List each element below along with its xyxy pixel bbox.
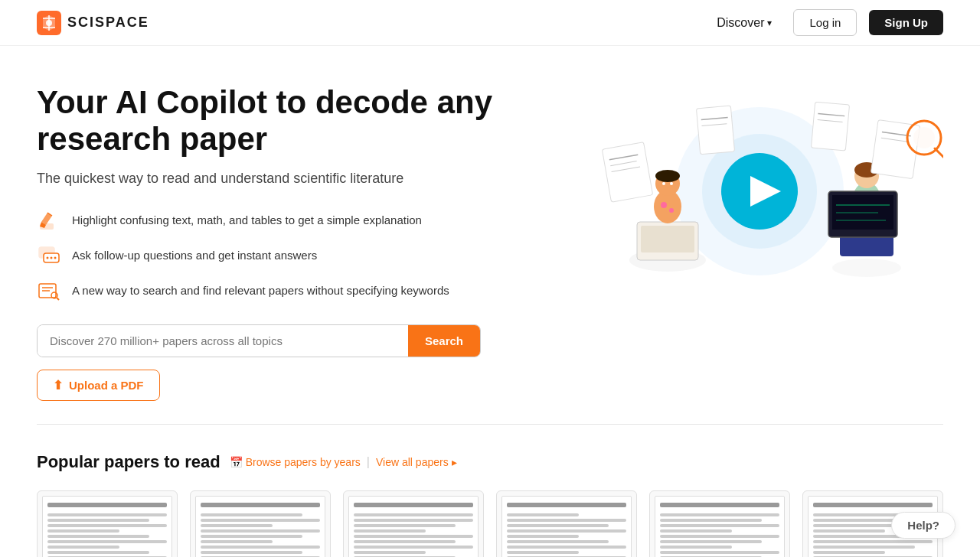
paper-line <box>201 519 320 522</box>
signup-button[interactable]: Sign Up <box>869 10 943 35</box>
paper-line <box>47 540 167 543</box>
paper-line <box>660 551 779 554</box>
chat-icon <box>37 243 61 268</box>
paper-line <box>660 524 779 527</box>
paper-line <box>813 540 933 543</box>
paper-line <box>354 503 473 507</box>
search-input[interactable] <box>38 325 408 357</box>
paper-line <box>354 519 473 522</box>
logo[interactable]: SCISPACE <box>37 11 149 35</box>
view-all-papers-link[interactable]: View all papers ▸ <box>376 456 457 468</box>
paper-line <box>47 503 167 507</box>
paper-card[interactable]: Attention is All you Need <box>190 490 331 557</box>
paper-line <box>354 535 473 538</box>
paper-line <box>507 535 579 538</box>
paper-line <box>354 546 473 549</box>
svg-rect-45 <box>696 106 734 155</box>
navbar: SCISPACE Discover ▾ Log in Sign Up <box>0 0 980 46</box>
paper-line <box>47 524 167 527</box>
paper-line <box>813 503 933 507</box>
calendar-icon: 📅 <box>230 456 243 468</box>
feature-item-search: A new way to search and find relevant pa… <box>37 278 527 303</box>
feature-item-highlight: Highlight confusing text, math, and tabl… <box>37 208 527 233</box>
paper-thumbnail <box>649 490 790 557</box>
paper-line <box>201 540 273 543</box>
paper-line <box>660 529 732 533</box>
login-button[interactable]: Log in <box>793 9 857 36</box>
svg-point-23 <box>655 170 680 182</box>
feature-ask-text: Ask follow-up questions and get instant … <box>72 249 317 262</box>
svg-point-26 <box>661 202 667 208</box>
svg-point-27 <box>669 208 674 213</box>
svg-point-6 <box>47 256 49 259</box>
paper-line <box>354 540 456 543</box>
svg-point-25 <box>670 182 673 185</box>
help-button[interactable]: Help? <box>891 512 956 539</box>
paper-line <box>660 513 779 516</box>
paper-card[interactable]: Exploring the Limits of Transfer Learnin… <box>37 490 178 557</box>
svg-rect-20 <box>641 226 694 252</box>
paper-line <box>813 546 915 549</box>
paper-line <box>660 540 762 543</box>
hero-illustration <box>576 84 943 298</box>
upload-btn-label: Upload a PDF <box>69 379 144 392</box>
search-bar: Search <box>37 324 481 357</box>
paper-line <box>47 546 119 549</box>
paper-card[interactable]: An Image is Worth 16x16 Words: Transform… <box>496 490 637 557</box>
paper-line <box>201 503 320 507</box>
svg-point-1 <box>46 20 52 26</box>
search-button[interactable]: Search <box>408 325 480 357</box>
discover-button[interactable]: Discover ▾ <box>707 10 781 36</box>
hero-left: Your AI Copilot to decode any research p… <box>37 84 527 401</box>
paper-thumbnail <box>37 490 178 557</box>
paper-line <box>660 535 779 538</box>
scispace-logo-icon <box>37 11 61 35</box>
paper-line <box>47 519 149 522</box>
link-separator: | <box>367 455 370 469</box>
popular-papers-section: Popular papers to read 📅 Browse papers b… <box>0 425 980 557</box>
paper-lines <box>349 497 478 557</box>
browse-by-years-link[interactable]: Browse papers by years <box>246 456 361 468</box>
paper-line <box>507 551 579 554</box>
paper-line <box>660 546 732 549</box>
hero-section: Your AI Copilot to decode any research p… <box>0 46 980 424</box>
paper-line <box>201 546 320 549</box>
svg-point-28 <box>832 259 901 277</box>
paper-thumb-inner <box>42 496 172 557</box>
paper-line <box>660 503 779 507</box>
popular-papers-title: Popular papers to read <box>37 452 220 472</box>
paper-thumbnail <box>190 490 331 557</box>
paper-line <box>507 519 626 522</box>
paper-line <box>507 540 609 543</box>
upload-pdf-button[interactable]: ⬆ Upload a PDF <box>37 370 160 401</box>
paper-line <box>507 513 579 516</box>
paper-thumbnail <box>343 490 484 557</box>
logo-text: SCISPACE <box>67 15 149 31</box>
feature-search-text: A new way to search and find relevant pa… <box>72 284 449 297</box>
chevron-down-icon: ▾ <box>767 18 772 28</box>
paper-line <box>47 551 149 554</box>
upload-icon: ⬆ <box>53 378 63 393</box>
arrow-right-icon: ▸ <box>452 456 457 468</box>
popular-links: 📅 Browse papers by years | View all pape… <box>230 455 457 469</box>
hero-title: Your AI Copilot to decode any research p… <box>37 84 527 158</box>
paper-thumb-inner <box>501 496 632 557</box>
paper-line <box>507 524 609 527</box>
paper-card[interactable]: Deformable DETR: Deformable Transformers… <box>649 490 790 557</box>
paper-line <box>47 535 149 538</box>
papers-grid: Exploring the Limits of Transfer Learnin… <box>37 490 943 557</box>
nav-right: Discover ▾ Log in Sign Up <box>707 9 943 36</box>
paper-line <box>507 546 626 549</box>
paper-line <box>354 529 426 533</box>
highlight-icon <box>37 208 61 233</box>
paper-line <box>354 551 426 554</box>
paper-lines <box>655 497 784 557</box>
paper-card[interactable]: mT5: A Massively Multilingual Pre-traine… <box>343 490 484 557</box>
svg-point-24 <box>662 182 665 185</box>
popular-header: Popular papers to read 📅 Browse papers b… <box>37 452 943 472</box>
paper-line <box>201 513 302 516</box>
svg-rect-38 <box>602 142 652 202</box>
paper-lines <box>502 497 631 557</box>
paper-line <box>201 535 302 538</box>
svg-line-13 <box>57 298 59 300</box>
